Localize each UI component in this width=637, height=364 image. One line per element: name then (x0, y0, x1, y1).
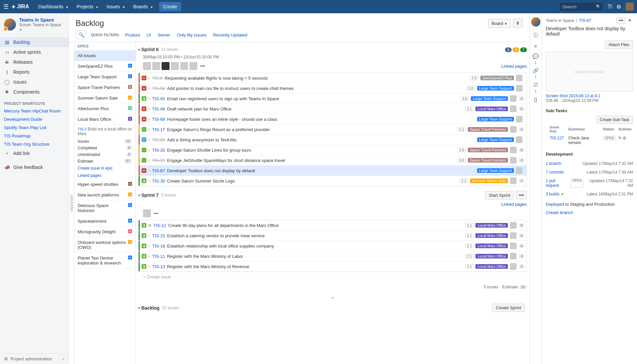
epic-tag[interactable]: Local Mars Office (475, 264, 508, 269)
issue-key[interactable]: TIS-16 (152, 244, 165, 249)
assignee-avatar[interactable] (510, 263, 517, 270)
issue-key[interactable]: TIS-56 (152, 86, 165, 91)
quick-filter[interactable]: Product (125, 33, 140, 37)
more-icon[interactable]: ••• (200, 63, 205, 69)
dev-icon[interactable]: {} (531, 95, 540, 104)
issue-row[interactable]: ▮ ⊘ TIS-12 Create 90 day plans for all d… (139, 220, 527, 231)
menu-icon[interactable]: ☰ (3, 3, 9, 10)
issue-row[interactable]: + ↑ TIS-17 Engage Saturn's Rings Resort … (139, 124, 527, 135)
epic-item[interactable]: Large Team Support▾ (74, 72, 135, 82)
issue-row[interactable]: + ↑ TIS-20 Engage Saturn Shuttle Lines f… (139, 145, 527, 155)
issue-row[interactable]: ▮ ↑ TIS-15 Establish a catering vendor t… (139, 231, 527, 241)
assignee-avatar[interactable] (516, 167, 523, 174)
shortcut-link[interactable]: TIS Roadmap (0, 132, 69, 140)
issue-key[interactable]: TIS-17 (152, 127, 165, 132)
linked-pages-link[interactable]: Linked pages (501, 64, 527, 69)
breadcrumb[interactable]: Teams in Space (546, 18, 574, 23)
epic-tag[interactable]: Large Team Support (477, 86, 514, 91)
assignee-avatar[interactable] (510, 178, 517, 184)
assignee-avatar[interactable] (510, 126, 517, 133)
epic-item[interactable]: Microgravity Delight▾ (74, 227, 135, 237)
assignee-avatar[interactable] (516, 75, 523, 81)
epic-item[interactable]: SeeSpaceEZ Plus▾ (74, 61, 135, 72)
epic-all-issues[interactable]: All issues (74, 50, 135, 61)
dev-link[interactable]: 3 builds (546, 192, 559, 196)
shortcut-link[interactable]: TIS Team Org Structure (0, 140, 69, 148)
issue-key[interactable]: TIS-12 (153, 223, 166, 228)
assignee-avatar[interactable] (152, 62, 160, 70)
attachments-icon[interactable]: 🔗 (531, 66, 540, 75)
edit-icon[interactable]: ✎ (618, 136, 622, 140)
issue-key[interactable]: TIS-20 (152, 148, 165, 153)
quick-filter[interactable]: UI (147, 33, 151, 37)
sidebar-item-issues[interactable]: ◯Issues (0, 77, 69, 87)
board-selector[interactable]: Scrum: Teams in Space ▼ (19, 23, 65, 32)
scroll-top-button[interactable]: ⇞ (513, 19, 523, 28)
nav-issues[interactable]: Issues ▼ (103, 2, 128, 11)
sidebar-item-reports[interactable]: ⫿Reports (0, 67, 69, 77)
quick-filter[interactable]: Recently Updated (213, 33, 247, 37)
issue-key[interactable]: TIS-23 (152, 158, 165, 163)
assignee-avatar[interactable] (510, 222, 517, 229)
issue-key[interactable]: TIS-45 (152, 96, 165, 101)
search-icon[interactable]: 🔍 (596, 4, 601, 9)
epic-item[interactable]: New launch platforms▾ (74, 190, 135, 200)
issue-key[interactable]: TIS-8 (152, 76, 163, 81)
issue-row[interactable]: ▮ ↑ TIS-13 Register with the Mars Minist… (139, 261, 527, 271)
assignee-avatar[interactable] (143, 209, 151, 217)
sidebar-item-backlog[interactable]: ▤Backlog (0, 37, 69, 47)
epic-item[interactable]: Hyper-speed shuttles▾ (74, 179, 135, 190)
assignee-avatar[interactable] (516, 136, 523, 143)
create-issue-link[interactable]: + Create issue (138, 272, 527, 282)
deployed-link[interactable]: Deployed (546, 202, 564, 207)
help-icon[interactable]: ?⃝ (607, 4, 612, 10)
epic-item[interactable]: Delicious Space Nutricion▾ (74, 200, 135, 216)
issue-row[interactable]: + ↑ TIS-23 Engage JetShuttle SpaceWays f… (139, 155, 527, 166)
issue-key[interactable]: TIS-11 (152, 254, 165, 259)
user-avatar[interactable] (626, 3, 634, 11)
jira-logo[interactable]: ✦JIRA (11, 4, 29, 10)
subtask-row[interactable]: TIS-127 Check Java version OPEN ✎ ⊘ (546, 134, 633, 146)
sprint-toggle-icon[interactable]: ▾ (138, 306, 140, 310)
epic-tag[interactable]: SeeSpaceEZ Plus (480, 76, 514, 80)
shortcut-link[interactable]: Development Guide (0, 115, 69, 123)
filter-search-icon[interactable]: 🔍 (76, 31, 86, 39)
close-icon[interactable]: ✕ (627, 17, 633, 24)
attach-files-button[interactable]: Attach Files (605, 40, 633, 49)
epic-tag[interactable]: Large Team Support (477, 168, 514, 173)
assignee-avatar[interactable] (510, 243, 517, 249)
versions-panel-toggle[interactable]: VERSIONS (69, 42, 74, 364)
assignee-avatar[interactable] (516, 116, 523, 122)
delete-icon[interactable]: ⊘ (623, 136, 626, 140)
collapse-sidebar-icon[interactable]: « (62, 356, 65, 361)
issue-row[interactable]: ▮ ↑ TIS-30 Create Saturn Summer Sizzle L… (139, 176, 527, 186)
issue-row[interactable]: ● ↑ TIS-49 Draft network plan for Mars O… (139, 104, 527, 114)
epic-item[interactable]: Afterburner Plus▾ (74, 104, 135, 114)
issue-key[interactable]: TIS-67 (152, 168, 165, 173)
epic-tag[interactable]: Large Team Support (471, 96, 508, 101)
more-icon[interactable]: ••• (154, 211, 159, 216)
epic-tag[interactable]: Large Team Support (477, 137, 514, 142)
info-icon[interactable]: ⓘ (531, 31, 540, 40)
assignee-avatar[interactable] (510, 147, 517, 153)
assignee-avatar[interactable] (510, 157, 517, 164)
comments-icon[interactable]: 💬 (531, 52, 540, 61)
assignee-avatar[interactable] (510, 106, 517, 112)
nav-boards[interactable]: Boards ▼ (130, 2, 156, 11)
assignee-avatar[interactable] (162, 62, 170, 70)
shortcut-link[interactable]: Mercury Team HipChat Room (0, 107, 69, 115)
sprint-toggle-icon[interactable]: ▾ (138, 193, 140, 197)
start-sprint-button[interactable]: Start Sprint (485, 191, 514, 199)
issue-row[interactable]: ● ↑ TIS-8 Requesting avaliable flights i… (139, 73, 527, 83)
issue-key[interactable]: TIS-13 (152, 264, 165, 269)
detail-more-button[interactable]: ••• (616, 17, 625, 24)
epic-link[interactable]: Linked pages (74, 172, 135, 179)
epic-tag[interactable]: Large Team Support (477, 117, 514, 121)
nav-projects[interactable]: Projects ▼ (73, 2, 102, 11)
assignee-avatar[interactable] (180, 62, 188, 70)
attachment-name[interactable]: Screen Shot 2015-08-13 at 4.1 (546, 94, 633, 98)
sidebar-item-releases[interactable]: ⛴Releases (0, 57, 69, 67)
epic-tag[interactable]: Local Mars Office (475, 254, 508, 258)
issue-key[interactable]: TIS-15 (152, 233, 165, 238)
issue-key[interactable]: TIS-30 (152, 179, 165, 183)
